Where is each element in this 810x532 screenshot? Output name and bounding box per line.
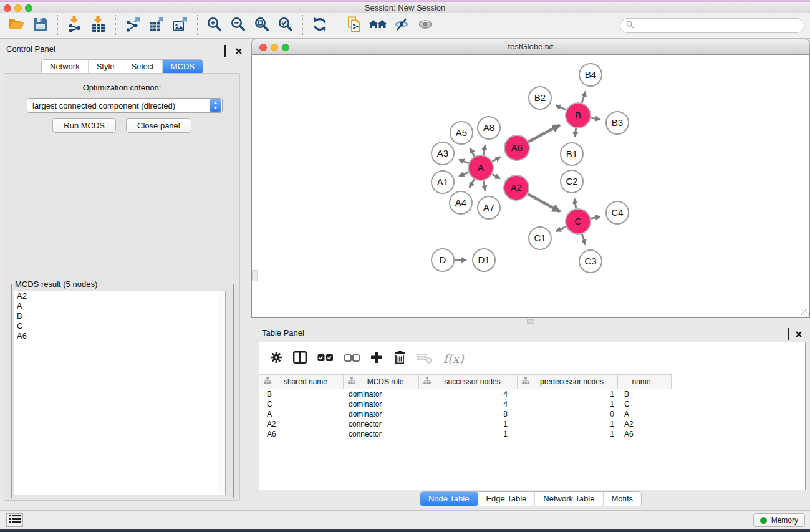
tab-node-table[interactable]: Node Table [420, 492, 478, 506]
home-button[interactable] [366, 14, 390, 37]
cell-shared-name[interactable]: A2 [259, 419, 344, 429]
cell-predecessor-nodes[interactable]: 1 [518, 389, 618, 399]
close-panel-icon[interactable] [236, 46, 242, 57]
network-window-titlebar[interactable]: testGlobe.txt [251, 39, 810, 55]
graph-edge-A-A8[interactable] [483, 145, 485, 155]
cell-name[interactable]: B [618, 389, 672, 399]
cell-mcds-role[interactable]: dominator [344, 389, 419, 399]
column-header-predecessor-nodes[interactable]: predecessor nodes [518, 375, 618, 389]
hide-panel-button[interactable] [390, 14, 413, 37]
cell-predecessor-nodes[interactable]: 1 [518, 399, 618, 409]
close-button[interactable] [4, 4, 11, 12]
tab-mcds[interactable]: MCDS [163, 60, 203, 74]
graph-edge-C-C4[interactable] [591, 216, 600, 218]
cell-mcds-role[interactable]: connector [344, 429, 419, 439]
column-header-mcds-role[interactable]: MCDS role [344, 375, 419, 389]
import-network-button[interactable] [63, 14, 87, 37]
resize-grip[interactable] [801, 309, 809, 317]
column-header-successor-nodes[interactable]: successor nodes [419, 375, 518, 389]
graph-edge-A2-C[interactable] [528, 194, 560, 211]
mcds-result-item[interactable]: B [14, 311, 225, 321]
zoom-in-button[interactable] [203, 14, 226, 37]
table-row[interactable]: Cdominator41C [259, 399, 805, 409]
copy-network-button[interactable] [342, 14, 366, 37]
network-close-button[interactable] [259, 44, 267, 51]
zoom-window-button[interactable] [25, 4, 32, 12]
search-box[interactable] [620, 18, 804, 33]
deselect-all-button[interactable] [344, 353, 360, 364]
network-canvas[interactable]: AA1A2A3A4A5A6A7A8BB1B2B3B4CC1C2C3C4DD1 [251, 55, 810, 318]
network-graph[interactable]: AA1A2A3A4A5A6A7A8BB1B2B3B4CC1C2C3C4DD1 [252, 55, 809, 317]
cell-successor-nodes[interactable]: 1 [419, 419, 518, 429]
graph-edge-B-B3[interactable] [591, 118, 600, 120]
export-table-button[interactable] [145, 14, 168, 37]
graph-edge-A-A6[interactable] [492, 157, 500, 162]
tab-select[interactable]: Select [123, 60, 163, 74]
cell-successor-nodes[interactable]: 4 [419, 399, 518, 409]
show-panel-button[interactable] [413, 14, 437, 37]
tab-motifs[interactable]: Motifs [603, 492, 641, 506]
mcds-result-item[interactable]: A2 [14, 291, 225, 301]
graph-edge-C-C1[interactable] [556, 227, 566, 231]
add-row-button[interactable] [370, 351, 383, 366]
zoom-out-button[interactable] [226, 14, 250, 37]
run-mcds-button[interactable]: Run MCDS [52, 118, 116, 133]
graph-edge-A-A7[interactable] [483, 181, 485, 191]
table-settings-button[interactable] [270, 351, 282, 366]
delete-rows-button[interactable] [393, 351, 406, 367]
splitter-handle[interactable] [527, 319, 534, 324]
graph-edge-B-B1[interactable] [575, 128, 576, 137]
float-panel-icon[interactable] [224, 46, 226, 57]
show-columns-button[interactable] [293, 351, 307, 366]
graph-edge-B-B4[interactable] [582, 92, 586, 103]
cell-mcds-role[interactable]: dominator [344, 399, 419, 409]
export-image-button[interactable] [168, 14, 192, 37]
search-input[interactable] [638, 21, 798, 31]
cell-name[interactable]: C [618, 399, 672, 409]
cell-successor-nodes[interactable]: 1 [419, 429, 518, 439]
open-session-button[interactable] [5, 14, 29, 37]
tab-style[interactable]: Style [89, 60, 123, 74]
result-scrollbar[interactable] [218, 291, 225, 495]
cell-name[interactable]: A2 [618, 419, 672, 429]
cell-mcds-role[interactable]: connector [344, 419, 419, 429]
apply-layout-button[interactable] [308, 14, 332, 37]
table-row[interactable]: A6connector11A6 [259, 429, 805, 439]
graph-edge-C-C3[interactable] [582, 234, 585, 244]
cell-predecessor-nodes[interactable]: 1 [518, 419, 618, 429]
export-network-button[interactable] [121, 14, 145, 37]
zoom-fit-button[interactable] [250, 14, 274, 37]
cell-successor-nodes[interactable]: 8 [419, 409, 518, 419]
float-table-panel-icon[interactable] [788, 329, 789, 340]
graph-edge-A-A1[interactable] [459, 172, 468, 176]
minimize-button[interactable] [14, 4, 22, 12]
table-row[interactable]: Bdominator41B [259, 389, 805, 399]
cell-shared-name[interactable]: A [259, 409, 344, 419]
mcds-result-item[interactable]: A [14, 301, 225, 311]
table-row[interactable]: A2connector11A2 [259, 419, 805, 429]
graph-edge-A-A5[interactable] [470, 148, 475, 157]
canvas-scrollbar-thumb[interactable] [252, 270, 258, 281]
cell-predecessor-nodes[interactable]: 1 [518, 429, 618, 439]
save-session-button[interactable] [29, 14, 52, 37]
tab-network[interactable]: Network [42, 60, 89, 74]
mcds-result-item[interactable]: C [14, 321, 225, 331]
cell-shared-name[interactable]: A6 [259, 429, 344, 439]
cell-predecessor-nodes[interactable]: 0 [518, 409, 618, 419]
cell-name[interactable]: A6 [618, 429, 672, 439]
delete-table-button[interactable] [417, 351, 433, 367]
zoom-selected-button[interactable] [274, 14, 297, 37]
function-builder-button[interactable]: f(x) [443, 352, 464, 365]
close-table-panel-icon[interactable] [796, 329, 802, 340]
select-all-button[interactable] [317, 353, 334, 364]
memory-button[interactable]: Memory [753, 513, 805, 527]
close-panel-button[interactable]: Close panel [126, 118, 191, 133]
cell-shared-name[interactable]: B [259, 389, 344, 399]
network-minimize-button[interactable] [271, 44, 278, 51]
optimization-criterion-dropdown[interactable]: largest connected component (directed) [27, 98, 223, 113]
graph-edge-C-C2[interactable] [574, 199, 576, 209]
graph-edge-B-B2[interactable] [556, 105, 566, 110]
network-zoom-button[interactable] [282, 44, 289, 51]
graph-edge-A-A4[interactable] [470, 179, 475, 188]
column-header-name[interactable]: name [618, 375, 672, 389]
